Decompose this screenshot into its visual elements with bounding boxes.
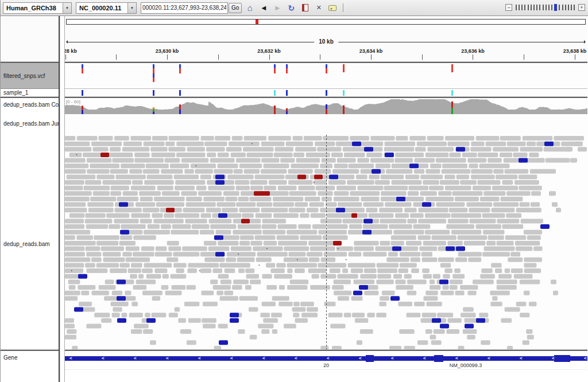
zoom-tick[interactable] — [528, 5, 529, 10]
chevron-down-icon[interactable]: ▼ — [63, 3, 71, 13]
locus-input[interactable] — [141, 2, 228, 14]
track-name-vcf[interactable]: filtered_snps.vcf — [1, 63, 59, 89]
variant-mark[interactable] — [274, 64, 276, 68]
zoom-tick[interactable] — [551, 5, 552, 10]
track-name-gene[interactable]: Gene — [3, 354, 17, 361]
strand-arrow-icon: < — [102, 356, 105, 361]
variant-mark[interactable] — [326, 64, 327, 68]
strand-arrow-icon: < — [488, 356, 490, 361]
forward-button: ▶ — [270, 2, 284, 14]
strand-arrow-icon: < — [198, 356, 201, 361]
zoom-tick[interactable] — [533, 5, 535, 10]
ruler-tick-label: 23,636 kb — [461, 48, 485, 54]
gene-body-bar[interactable] — [65, 356, 587, 361]
variant-mark[interactable] — [274, 68, 276, 73]
zoom-tick[interactable] — [571, 5, 572, 10]
vcf-variant-row[interactable] — [65, 63, 587, 89]
variant-mark[interactable] — [286, 64, 288, 68]
variant-mark[interactable] — [326, 68, 327, 73]
zoom-tick[interactable] — [524, 5, 525, 10]
name-ruler-spacer — [1, 16, 59, 61]
genotype-mark[interactable] — [274, 90, 276, 96]
zoom-tick[interactable] — [543, 5, 544, 10]
ruler-tick — [167, 54, 168, 60]
refresh-button[interactable]: ↻ — [284, 2, 298, 14]
ruler-tick-label: 23,638 kb — [563, 48, 587, 54]
variant-mark[interactable] — [153, 64, 154, 68]
zoom-tick[interactable] — [531, 5, 532, 10]
track-name-sample[interactable]: sample_1 — [1, 89, 59, 96]
fit-to-window-button[interactable]: ✕ — [312, 2, 326, 14]
genotype-mark[interactable] — [179, 90, 181, 96]
track-name-junctions[interactable]: dedup_reads.bam Junctions — [3, 120, 59, 127]
vcf-genotype-row[interactable] — [65, 89, 587, 96]
variant-mark[interactable] — [286, 68, 288, 73]
variant-mark[interactable] — [82, 64, 83, 68]
strand-arrow-icon: < — [359, 356, 362, 361]
genome-select[interactable]: Human_GRCh38 ▼ — [3, 2, 72, 14]
back-button[interactable]: ◀ — [257, 2, 270, 14]
vcf-track-area — [65, 63, 587, 96]
zoom-out-button[interactable]: − — [505, 4, 512, 11]
zoom-tick[interactable] — [559, 5, 560, 10]
ideogram-view-marker — [256, 20, 258, 24]
bam-track-area: [0 - 60] — [65, 98, 587, 349]
popup-behavior-button[interactable] — [326, 2, 339, 14]
zoom-tick[interactable] — [519, 5, 520, 10]
variant-mark[interactable] — [179, 68, 181, 73]
zoom-tick[interactable] — [565, 5, 566, 10]
go-button[interactable]: Go — [229, 3, 242, 13]
zoom-tick-bar[interactable] — [514, 4, 576, 11]
chevron-down-icon[interactable]: ▼ — [127, 3, 136, 13]
variant-mark[interactable] — [153, 73, 154, 77]
variant-mark[interactable] — [82, 68, 83, 73]
variant-mark[interactable] — [153, 68, 154, 73]
genotype-mark[interactable] — [326, 90, 327, 96]
region-tool-button[interactable] — [298, 2, 312, 14]
genotype-mark[interactable] — [343, 90, 345, 96]
genotype-mark[interactable] — [451, 90, 453, 96]
strand-arrow-icon: < — [262, 356, 265, 361]
zoom-level-indicator[interactable] — [554, 4, 557, 11]
strand-arrow-icon: < — [391, 356, 394, 361]
genotype-mark[interactable] — [286, 90, 288, 96]
zoom-tick[interactable] — [548, 5, 550, 10]
zoom-tick[interactable] — [536, 5, 537, 10]
alignments-canvas[interactable] — [65, 98, 587, 349]
track-name-panel: filtered_snps.vcf sample_1 dedup_reads.b… — [1, 16, 60, 382]
toolbar: Human_GRCh38 ▼ NC_000020.11 ▼ Go ⌂ ◀ ▶ ↻… — [1, 0, 588, 16]
zoom-tick[interactable] — [574, 5, 575, 10]
zoom-tick[interactable] — [521, 5, 523, 10]
ruler-tick-label: 23,632 kb — [257, 48, 281, 54]
track-name-coverage[interactable]: dedup_reads.bam Coverage — [3, 102, 59, 108]
ruler-tick — [371, 54, 372, 60]
gene-exon[interactable] — [554, 355, 570, 362]
chromosome-ideogram[interactable] — [66, 19, 586, 25]
zoom-tick[interactable] — [546, 5, 547, 10]
strand-arrow-icon: < — [552, 356, 555, 361]
gene-track-baseline — [65, 369, 587, 370]
zoom-tick[interactable] — [562, 5, 563, 10]
zoom-tick[interactable] — [568, 5, 569, 10]
zoom-tick[interactable] — [516, 5, 517, 10]
gene-exon[interactable] — [366, 355, 374, 362]
variant-mark[interactable] — [179, 64, 181, 68]
gene-track-area[interactable]: <<<<<<<<<<<<<<<<<20NM_000099.3 — [65, 351, 587, 382]
zoom-tick[interactable] — [539, 5, 540, 10]
variant-mark[interactable] — [153, 77, 154, 82]
variant-mark[interactable] — [343, 64, 345, 72]
track-name-alignments[interactable]: dedup_reads.bam — [3, 241, 50, 247]
chromosome-select[interactable]: NC_000020.11 ▼ — [76, 2, 137, 14]
attribute-panel — [60, 16, 65, 382]
variant-mark[interactable] — [451, 64, 453, 72]
forward-arrow-icon: ▶ — [275, 5, 280, 11]
genotype-mark[interactable] — [153, 90, 154, 96]
back-arrow-icon: ◀ — [261, 5, 266, 11]
genotype-mark[interactable] — [82, 90, 83, 96]
ruler-section[interactable]: 10 kb 23,628 kb23,630 kb23,632 kb23,634 … — [65, 16, 587, 61]
fit-to-window-icon: ✕ — [316, 4, 322, 11]
gene-exon[interactable] — [434, 355, 443, 362]
home-button[interactable]: ⌂ — [243, 2, 257, 14]
zoom-in-button[interactable]: + — [578, 4, 585, 11]
data-panel: 10 kb 23,628 kb23,630 kb23,632 kb23,634 … — [65, 16, 587, 382]
